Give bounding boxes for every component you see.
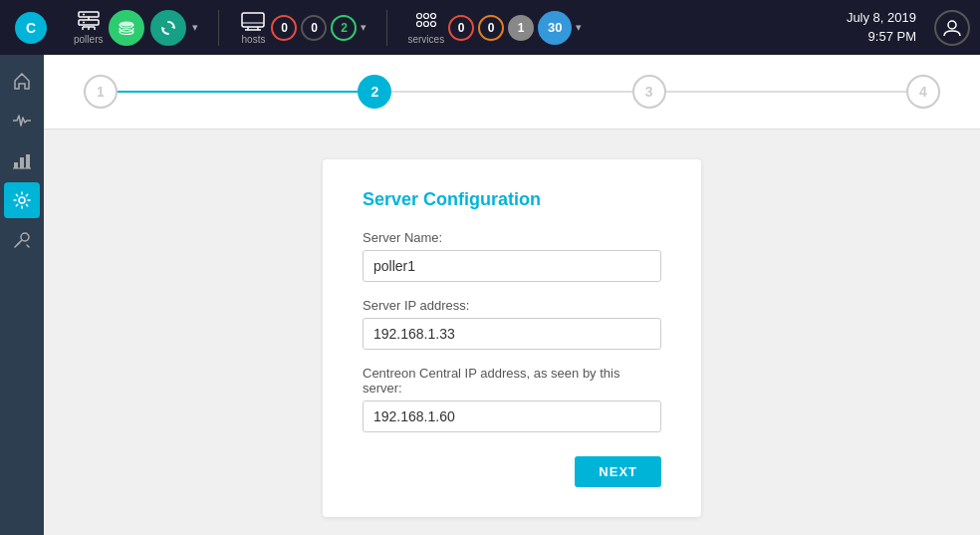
services-badge-unknown[interactable]: 1: [508, 15, 534, 41]
svg-point-23: [430, 22, 435, 27]
services-icon: [412, 10, 440, 32]
refresh-icon[interactable]: [150, 10, 186, 46]
date: July 8, 2019: [847, 9, 916, 27]
svg-rect-26: [20, 157, 24, 168]
server-config-card: Server Configuration Server Name: Server…: [323, 159, 701, 517]
server-ip-label: Server IP address:: [363, 298, 661, 313]
step-2[interactable]: 2: [358, 75, 391, 109]
central-ip-label: Centreon Central IP address, as seen by …: [363, 366, 661, 396]
stepper: 1 2 3 4: [44, 55, 980, 130]
central-ip-input[interactable]: [363, 401, 661, 432]
server-name-input[interactable]: [363, 250, 661, 282]
svg-line-32: [17, 242, 20, 245]
svg-rect-1: [79, 20, 99, 25]
server-name-label: Server Name:: [363, 230, 661, 245]
db-icon[interactable]: [109, 10, 144, 46]
logo: C: [15, 12, 47, 44]
hosts-dropdown[interactable]: ▾: [361, 21, 367, 34]
hosts-icon: [239, 10, 267, 32]
step-line-3: [666, 91, 906, 93]
heartbeat-icon: [12, 111, 32, 131]
hosts-nav[interactable]: hosts: [239, 10, 267, 45]
svg-point-21: [416, 22, 421, 27]
services-badge-ok[interactable]: 30: [538, 11, 572, 45]
user-avatar[interactable]: [934, 10, 970, 46]
hosts-badge-ok[interactable]: 2: [331, 15, 357, 41]
services-badge-critical[interactable]: 0: [448, 15, 474, 41]
svg-point-20: [430, 14, 435, 19]
central-ip-group: Centreon Central IP address, as seen by …: [363, 366, 661, 432]
services-group: services 0 0 1 30 ▾: [399, 10, 590, 45]
svg-rect-27: [26, 154, 30, 168]
time: 9:57 PM: [847, 28, 916, 46]
step-3[interactable]: 3: [632, 75, 666, 109]
pollers-label: pollers: [74, 34, 103, 45]
services-label: services: [407, 34, 444, 45]
database-icon: [118, 19, 135, 37]
refresh-symbol: [159, 19, 177, 37]
next-button[interactable]: NEXT: [575, 456, 661, 487]
svg-point-31: [21, 233, 29, 241]
step-line-2: [391, 91, 631, 93]
svg-line-33: [27, 245, 29, 247]
services-dropdown[interactable]: ▾: [576, 21, 582, 34]
hosts-badge-critical[interactable]: 0: [271, 15, 297, 41]
svg-point-19: [423, 14, 428, 19]
svg-rect-25: [14, 162, 18, 168]
sep2: [386, 10, 387, 46]
content-area: 1 2 3 4 Server Configuration Server Name…: [44, 55, 980, 535]
hosts-label: hosts: [242, 34, 266, 45]
form-wrapper: Server Configuration Server Name: Server…: [44, 130, 980, 535]
svg-point-22: [423, 22, 428, 27]
step-line-1: [118, 91, 358, 93]
svg-point-24: [948, 21, 956, 29]
svg-point-29: [19, 197, 25, 203]
chart-bar-icon: [12, 150, 32, 170]
svg-rect-13: [242, 13, 264, 27]
main-layout: 1 2 3 4 Server Configuration Server Name…: [0, 55, 980, 535]
sep1: [218, 10, 219, 46]
sidebar: [0, 55, 44, 535]
sidebar-item-monitoring[interactable]: [4, 103, 40, 138]
sidebar-item-settings[interactable]: [4, 182, 40, 218]
logo-area[interactable]: C: [10, 12, 52, 44]
sidebar-item-home[interactable]: [4, 63, 40, 99]
step-1[interactable]: 1: [84, 75, 118, 109]
pollers-group: pollers ▾: [66, 10, 206, 46]
step-4[interactable]: 4: [906, 75, 940, 109]
services-nav[interactable]: services: [407, 10, 444, 45]
svg-point-18: [416, 14, 421, 19]
sidebar-item-tools[interactable]: [4, 222, 40, 258]
server-ip-group: Server IP address:: [363, 298, 661, 350]
gear-icon: [12, 190, 32, 210]
user-icon: [942, 18, 962, 38]
pollers-nav[interactable]: pollers: [74, 10, 103, 45]
topnav: C pollers: [0, 0, 980, 55]
pollers-icon: [75, 10, 103, 32]
svg-rect-0: [79, 12, 99, 17]
server-name-group: Server Name:: [363, 230, 661, 282]
home-icon: [12, 71, 32, 91]
svg-point-9: [120, 21, 133, 26]
pollers-dropdown[interactable]: ▾: [192, 21, 198, 34]
form-title: Server Configuration: [363, 189, 661, 210]
server-ip-input[interactable]: [363, 318, 661, 350]
hosts-badge-unknown[interactable]: 0: [301, 15, 327, 41]
hosts-group: hosts 0 0 2 ▾: [231, 10, 374, 45]
services-badge-warning[interactable]: 0: [478, 15, 504, 41]
datetime-area: July 8, 2019 9:57 PM: [847, 9, 916, 45]
tools-icon: [12, 230, 32, 250]
sidebar-item-reporting[interactable]: [4, 142, 40, 178]
